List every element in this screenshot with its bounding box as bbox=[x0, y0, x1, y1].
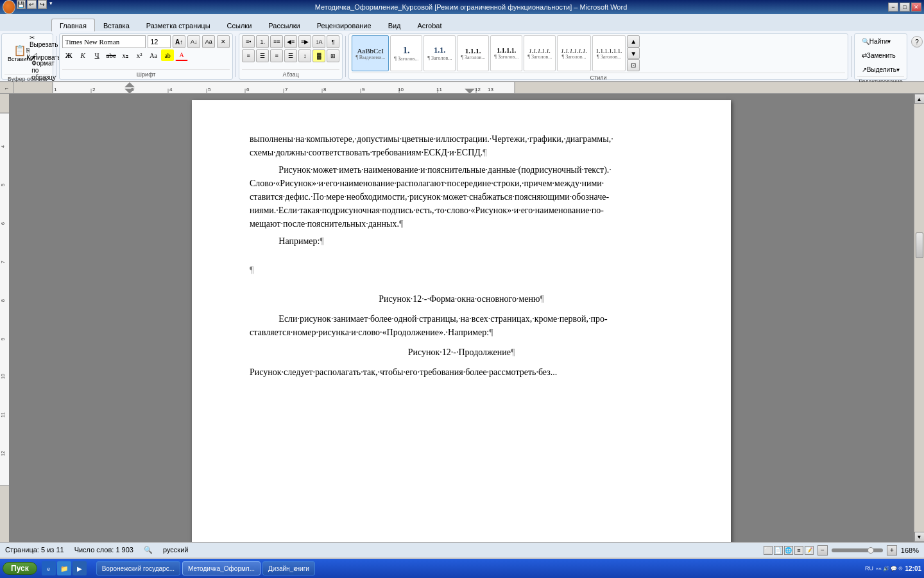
show-formatting-button[interactable]: ¶ bbox=[327, 35, 339, 48]
taskbar-media-icon[interactable]: ▶ bbox=[73, 561, 87, 575]
font-name-input[interactable]: Times New Roman bbox=[62, 35, 146, 48]
justify-button[interactable]: ☰ bbox=[284, 49, 297, 62]
svg-text:8: 8 bbox=[1, 299, 5, 302]
language: русский bbox=[163, 546, 188, 554]
styles-row: AaBbCcI ¶ Выделени... 1. ¶ Заголов... 1.… bbox=[352, 35, 845, 71]
decrease-indent-button[interactable]: ◀≡ bbox=[284, 35, 297, 48]
styles-scroll-down[interactable]: ▼ bbox=[627, 48, 640, 60]
font-size-input[interactable]: 12 bbox=[148, 35, 171, 48]
align-left-button[interactable]: ≡ bbox=[242, 49, 255, 62]
office-button[interactable] bbox=[3, 0, 15, 14]
align-center-button[interactable]: ☰ bbox=[256, 49, 269, 62]
svg-text:12: 12 bbox=[1, 451, 5, 456]
multilevel-list-button[interactable]: ≡≡ bbox=[270, 35, 283, 48]
ruler-corner[interactable]: ⌐ bbox=[0, 82, 14, 94]
quick-save[interactable]: 💾 bbox=[17, 0, 26, 9]
superscript-button[interactable]: x² bbox=[133, 49, 146, 61]
style-heading1[interactable]: 1. ¶ Заголов... bbox=[390, 35, 422, 71]
style-heading4[interactable]: 1.1.1.1. ¶ Заголов... bbox=[490, 35, 522, 71]
clear-format-button[interactable]: ✕ bbox=[217, 35, 230, 48]
style-normal[interactable]: AaBbCcI ¶ Выделени... bbox=[352, 35, 389, 71]
scroll-thumb[interactable] bbox=[916, 232, 923, 258]
minimize-button[interactable]: − bbox=[888, 3, 898, 12]
scroll-up-button[interactable]: ▲ bbox=[914, 94, 925, 104]
scrollbar-right: ▲ ▼ bbox=[914, 94, 924, 542]
page-info: Страница: 5 из 11 bbox=[5, 546, 64, 554]
status-right: ⬜ 📄 🌐 ≡ 📝 − + 168% bbox=[764, 545, 919, 556]
text-effects-button[interactable]: Aа bbox=[147, 49, 160, 61]
view-web[interactable]: 🌐 bbox=[784, 546, 793, 555]
style-heading2[interactable]: 1.1. ¶ Заголов... bbox=[424, 35, 456, 71]
line-spacing-button[interactable]: ↕ bbox=[298, 49, 311, 62]
svg-text:1: 1 bbox=[54, 87, 57, 92]
highlight-button[interactable]: ab bbox=[161, 49, 174, 61]
bullets-button[interactable]: ≡• bbox=[242, 35, 255, 48]
view-reading[interactable]: 📄 bbox=[774, 546, 783, 555]
font-shrink-button[interactable]: A↓ bbox=[187, 35, 200, 48]
borders-button[interactable]: ⊞ bbox=[327, 49, 339, 62]
sort-button[interactable]: ↕A bbox=[312, 35, 325, 48]
tab-review[interactable]: Рецензирование bbox=[309, 19, 380, 31]
increase-indent-button[interactable]: ≡▶ bbox=[298, 35, 311, 48]
paragraph-1: выполнены·на·компьютере,·допустимы·цветн… bbox=[250, 132, 673, 146]
bold-button[interactable]: Ж bbox=[62, 49, 75, 61]
taskbar-dizain[interactable]: Дизайн_книги bbox=[262, 561, 315, 575]
zoom-thumb[interactable] bbox=[868, 547, 874, 554]
start-button[interactable]: Пуск bbox=[3, 562, 37, 575]
quick-access-arrow[interactable]: ▾ bbox=[48, 0, 54, 14]
close-button[interactable]: ✕ bbox=[911, 3, 921, 12]
svg-text:11: 11 bbox=[1, 412, 5, 417]
taskbar-metodichka[interactable]: Методичка_Оформл... bbox=[182, 561, 261, 575]
zoom-in-button[interactable]: + bbox=[887, 545, 897, 556]
subscript-button[interactable]: x₂ bbox=[119, 49, 132, 61]
find-button[interactable]: 🔍 Найти ▾ bbox=[857, 35, 896, 47]
quick-redo[interactable]: ↪ bbox=[38, 0, 47, 9]
help-button[interactable]: ? bbox=[911, 36, 923, 48]
svg-text:6: 6 bbox=[246, 87, 250, 92]
font-grow-button[interactable]: A↑ bbox=[173, 35, 185, 48]
scroll-track[interactable] bbox=[915, 104, 924, 532]
change-case-button[interactable]: Aa bbox=[202, 35, 215, 48]
select-button[interactable]: ↗ Выделить ▾ bbox=[857, 64, 904, 75]
scroll-down-button[interactable]: ▼ bbox=[914, 532, 925, 542]
tab-references[interactable]: Ссылки bbox=[219, 19, 261, 31]
taskbar-folder-icon[interactable]: 📁 bbox=[57, 561, 71, 575]
cut-button[interactable]: ✂ Вырезать bbox=[37, 35, 50, 47]
style-heading5[interactable]: 1.1.1.1.1. ¶ Заголов... bbox=[524, 35, 556, 71]
styles-expand[interactable]: ⊡ bbox=[627, 59, 640, 71]
view-draft[interactable]: 📝 bbox=[805, 546, 814, 555]
strikethrough-button[interactable]: abe bbox=[105, 49, 117, 61]
font-color-button[interactable]: A bbox=[175, 49, 188, 61]
style-heading7[interactable]: 1.1.1.1.1.1. ¶ Заголов... bbox=[592, 35, 626, 71]
tab-view[interactable]: Вид bbox=[380, 19, 409, 31]
underline-button[interactable]: Ч bbox=[90, 49, 103, 61]
align-right-button[interactable]: ≡ bbox=[270, 49, 283, 62]
maximize-button[interactable]: □ bbox=[900, 3, 910, 12]
document-page[interactable]: выполнены·на·компьютере,·допустимы·цветн… bbox=[192, 100, 731, 542]
view-outline[interactable]: ≡ bbox=[794, 546, 803, 555]
style-heading6[interactable]: 1.1.1.1.1.1. ¶ Заголов... bbox=[557, 35, 591, 71]
svg-text:13: 13 bbox=[488, 87, 493, 92]
taskbar-ie-icon[interactable]: e bbox=[42, 561, 56, 575]
style-heading3[interactable]: 1.1.1. ¶ Заголов... bbox=[457, 35, 489, 71]
taskbar-voronezh[interactable]: Воронежский государс... bbox=[96, 561, 180, 575]
svg-text:10: 10 bbox=[398, 87, 404, 92]
format-painter-button[interactable]: 🖌 Формат по образцу bbox=[37, 61, 50, 73]
numbering-button[interactable]: 1. bbox=[256, 35, 269, 48]
tab-page-layout[interactable]: Разметка страницы bbox=[138, 19, 219, 31]
title-bar: 💾 ↩ ↪ ▾ Методичка_Оформление_Курсовой [Р… bbox=[0, 0, 924, 14]
view-normal[interactable]: ⬜ bbox=[764, 546, 773, 555]
italic-button[interactable]: К bbox=[76, 49, 89, 61]
tab-home[interactable]: Главная bbox=[51, 19, 95, 31]
shading-button[interactable]: ▓ bbox=[312, 49, 325, 62]
tab-acrobat[interactable]: Acrobat bbox=[409, 19, 450, 31]
tab-insert[interactable]: Вставка bbox=[95, 19, 138, 31]
replace-button[interactable]: ⇄ Заменить bbox=[857, 49, 900, 61]
quick-undo[interactable]: ↩ bbox=[27, 0, 36, 9]
zoom-out-button[interactable]: − bbox=[817, 545, 828, 556]
zoom-level: 168% bbox=[901, 547, 919, 554]
styles-scroll-up[interactable]: ▲ bbox=[627, 35, 640, 48]
tab-mailings[interactable]: Рассылки bbox=[260, 19, 308, 31]
status-left: Страница: 5 из 11 Число слов: 1 903 🔍 ру… bbox=[5, 546, 188, 554]
zoom-slider[interactable] bbox=[832, 548, 883, 552]
